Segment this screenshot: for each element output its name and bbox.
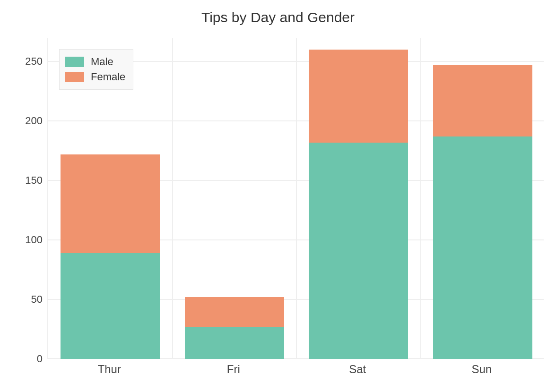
legend[interactable]: MaleFemale (59, 49, 133, 90)
y-tick-label: 250 (5, 55, 43, 68)
gridline-v (296, 38, 297, 358)
x-tick-label: Fri (172, 363, 295, 376)
y-tick-label: 100 (5, 234, 43, 246)
legend-label: Female (91, 71, 125, 83)
y-tick-label: 50 (5, 293, 43, 306)
y-tick-label: 0 (5, 353, 43, 365)
x-tick-label: Sun (420, 363, 543, 376)
legend-label: Male (91, 56, 113, 68)
bar-segment-male[interactable] (185, 327, 284, 359)
x-tick-label: Sat (296, 363, 419, 376)
gridline-v (420, 38, 421, 358)
bar-segment-male[interactable] (61, 253, 160, 359)
legend-swatch (65, 72, 84, 82)
legend-item-male[interactable]: Male (65, 54, 125, 69)
legend-swatch (65, 57, 84, 67)
bar-segment-female[interactable] (61, 154, 160, 253)
y-tick-label: 200 (5, 115, 43, 127)
chart-title: Tips by Day and Gender (0, 9, 556, 26)
bar-segment-female[interactable] (185, 297, 284, 327)
bar-segment-male[interactable] (309, 143, 408, 359)
bar-segment-female[interactable] (309, 50, 408, 142)
y-tick-label: 150 (5, 174, 43, 187)
bar-segment-female[interactable] (433, 65, 532, 136)
legend-item-female[interactable]: Female (65, 69, 125, 85)
x-tick-label: Thur (48, 363, 171, 376)
chart-container: Tips by Day and Gender MaleFemale 050100… (0, 0, 556, 392)
gridline-v (172, 38, 173, 358)
bar-segment-male[interactable] (433, 136, 532, 359)
